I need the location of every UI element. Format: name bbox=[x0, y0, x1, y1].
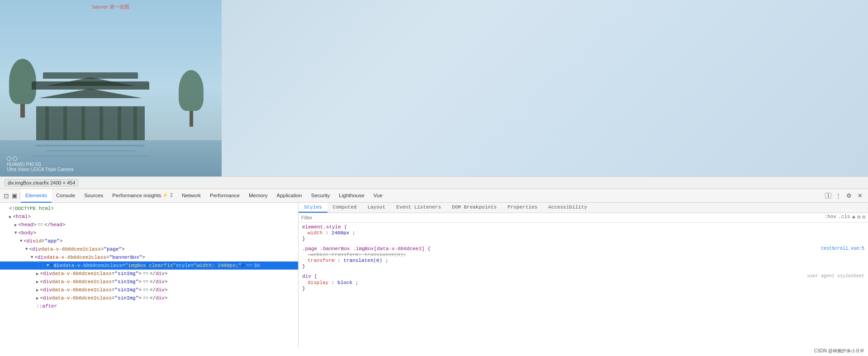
styles-filter-bar: :hov .cls + ⊟ ⊡ bbox=[299, 213, 868, 223]
styles-filter-input[interactable] bbox=[301, 215, 823, 220]
filter-hov[interactable]: :hov bbox=[825, 214, 836, 221]
devtools-content: <!DOCTYPE html> ▶ <html> ▶ <head> == </h… bbox=[0, 203, 868, 347]
camera-watermark: HUAWEI P40 5G Ultra Vision LEICA Triple … bbox=[7, 157, 74, 172]
tab-elements[interactable]: Elements bbox=[21, 189, 52, 203]
dom-line-imgbox-selected[interactable]: ⋮⋮ ▼ <div data-v-6b6dcee2 class="imgBox … bbox=[0, 261, 298, 270]
tab-separator-1 bbox=[19, 192, 20, 199]
styles-tab-dom-breakpoints[interactable]: DOM Breakpoints bbox=[446, 203, 502, 213]
camera-desc: Ultra Vision LEICA Triple Camera bbox=[7, 167, 74, 172]
settings-gear-icon[interactable]: ⚙ bbox=[845, 192, 853, 200]
dom-line-head[interactable]: ▶ <head> == </head> bbox=[0, 221, 298, 229]
tab-application[interactable]: Application bbox=[272, 189, 306, 203]
css-selector-div-row: div { user agent stylesheet bbox=[302, 274, 864, 280]
styles-panel: Styles Computed Layout Event Listeners D… bbox=[299, 203, 868, 347]
dom-line-sinimg-4[interactable]: ▶ <div data-v-6b6dcee2 class="sinImg" > … bbox=[0, 294, 298, 302]
filter-icon-1[interactable]: ⊟ bbox=[858, 214, 861, 221]
css-selector-imgbox-row: .page .bannerBox .imgBox[data-v-6b6dcee2… bbox=[302, 246, 864, 252]
filter-cls[interactable]: .cls bbox=[838, 214, 850, 221]
triangle-app[interactable]: ▼ bbox=[20, 239, 22, 243]
preview-right-panel bbox=[222, 0, 868, 176]
camera-brand: HUAWEI P40 5G bbox=[7, 162, 74, 167]
tab-performance[interactable]: Performance bbox=[205, 189, 244, 203]
dom-line-html[interactable]: ▶ <html> bbox=[0, 213, 298, 221]
css-closing-brace-3: } bbox=[302, 286, 864, 291]
preview-area: banner 第一张图 bbox=[0, 0, 868, 176]
css-rule-div: div { user agent stylesheet display : bl… bbox=[302, 274, 864, 291]
dom-line-after: ::after bbox=[0, 302, 298, 310]
close-devtools-icon[interactable]: ✕ bbox=[856, 192, 864, 200]
dom-line-bannerbox[interactable]: ▼ <div data-v-6b6dcee2 class="bannerBox"… bbox=[0, 253, 298, 261]
tree-right bbox=[179, 70, 204, 127]
triangle-html[interactable]: ▶ bbox=[9, 214, 11, 219]
performance-insights-icon: ⚡ bbox=[162, 193, 168, 198]
filter-add[interactable]: + bbox=[852, 214, 855, 221]
dom-line-sinimg-1[interactable]: ▶ <div data-v-6b6dcee2 class="sinImg" > … bbox=[0, 270, 298, 278]
css-source-testscroll[interactable]: testScroll.vue:5 bbox=[821, 246, 864, 252]
css-closing-brace-2: } bbox=[302, 264, 864, 269]
triangle-sinimg-4[interactable]: ▶ bbox=[36, 296, 38, 301]
css-property-webkit-transform[interactable]: -webkit-transform: translateX(0); bbox=[302, 252, 864, 257]
dom-line-sinimg-2[interactable]: ▶ <div data-v-6b6dcee2 class="sinImg" > … bbox=[0, 278, 298, 286]
camera-icon-circles bbox=[7, 157, 74, 161]
tab-memory[interactable]: Memory bbox=[244, 189, 272, 203]
drag-dots-icon: ⋮⋮ bbox=[36, 263, 45, 268]
tab-performance-insights[interactable]: Performance insights ⚡ 2 bbox=[108, 189, 177, 203]
preview-left-panel: banner 第一张图 bbox=[0, 0, 222, 176]
dom-line-page-div[interactable]: ▼ <div data-v-6b6dcee2 class="page" > bbox=[0, 245, 298, 253]
circle-dot-2 bbox=[13, 157, 17, 161]
styles-tab-event-listeners[interactable]: Event Listeners bbox=[391, 203, 446, 213]
devtools-tabs: ⊡ ▣ Elements Console Sources Performance… bbox=[0, 189, 868, 203]
triangle-head[interactable]: ▶ bbox=[14, 223, 17, 228]
tab-badge: 1 bbox=[825, 193, 831, 199]
css-selector-element-style: element.style { bbox=[302, 224, 864, 230]
css-source-user-agent: user agent stylesheet bbox=[807, 274, 864, 279]
css-closing-brace-1: } bbox=[302, 236, 864, 242]
dom-line-sinimg-3[interactable]: ▶ <div data-v-6b6dcee2 class="sinImg" > … bbox=[0, 286, 298, 294]
element-tag: div.imgBox.clearfix 2400 × 454 bbox=[5, 179, 78, 186]
triangle-sinimg-1[interactable]: ▶ bbox=[36, 271, 38, 276]
triangle-sinimg-3[interactable]: ▶ bbox=[36, 288, 38, 293]
inspect-icon[interactable]: ⊡ bbox=[2, 192, 10, 200]
device-icon[interactable]: ▣ bbox=[10, 192, 19, 200]
circle-dot-1 bbox=[7, 157, 11, 161]
tab-console[interactable]: Console bbox=[52, 189, 80, 203]
dom-panel: <!DOCTYPE html> ▶ <html> ▶ <head> == </h… bbox=[0, 203, 299, 347]
devtools-panel: ⊡ ▣ Elements Console Sources Performance… bbox=[0, 189, 868, 347]
dom-line-body[interactable]: ▼ <body> bbox=[0, 229, 298, 237]
styles-tab-styles[interactable]: Styles bbox=[299, 203, 327, 213]
styles-sub-tabs: Styles Computed Layout Event Listeners D… bbox=[299, 203, 868, 213]
styles-tab-computed[interactable]: Computed bbox=[327, 203, 362, 213]
triangle-body[interactable]: ▼ bbox=[14, 231, 17, 235]
tab-security[interactable]: Security bbox=[307, 189, 335, 203]
css-property-transform[interactable]: transform : translateX(0) ; bbox=[302, 258, 864, 263]
triangle-page[interactable]: ▼ bbox=[25, 247, 28, 252]
filter-controls: :hov .cls + ⊟ ⊡ bbox=[825, 214, 865, 221]
tab-lighthouse[interactable]: Lighthouse bbox=[334, 189, 369, 203]
styles-content: element.style { width : 2400px ; } bbox=[299, 223, 868, 347]
divider-bar: div.imgBox.clearfix 2400 × 454 bbox=[0, 176, 868, 189]
dom-line-doctype: <!DOCTYPE html> bbox=[0, 204, 298, 213]
settings-dots-icon[interactable]: ⋮ bbox=[834, 192, 842, 200]
css-rule-imgbox: .page .bannerBox .imgBox[data-v-6b6dcee2… bbox=[302, 246, 864, 269]
styles-tab-properties[interactable]: Properties bbox=[502, 203, 543, 213]
tab-vue[interactable]: Vue bbox=[369, 189, 387, 203]
css-property-width[interactable]: width : 2400px ; bbox=[302, 230, 864, 236]
triangle-imgbox[interactable]: ▼ bbox=[47, 263, 49, 268]
css-property-display[interactable]: display : block ; bbox=[302, 280, 864, 285]
tab-network[interactable]: Network bbox=[177, 189, 205, 203]
styles-tab-accessibility[interactable]: Accessibility bbox=[543, 203, 593, 213]
banner-label: banner 第一张图 bbox=[92, 4, 129, 10]
styles-tab-layout[interactable]: Layout bbox=[362, 203, 391, 213]
devtools-toolbar-icons: 1 ⋮ ⚙ ✕ bbox=[825, 192, 866, 200]
filter-icon-2[interactable]: ⊡ bbox=[862, 214, 865, 221]
triangle-sinimg-2[interactable]: ▶ bbox=[36, 280, 38, 285]
tab-sources[interactable]: Sources bbox=[80, 189, 108, 203]
triangle-bannerbox[interactable]: ▼ bbox=[31, 255, 33, 260]
building bbox=[36, 106, 145, 140]
dom-line-app-div[interactable]: ▼ <div id="app" > bbox=[0, 237, 298, 245]
css-rule-element-style: element.style { width : 2400px ; } bbox=[302, 224, 864, 242]
